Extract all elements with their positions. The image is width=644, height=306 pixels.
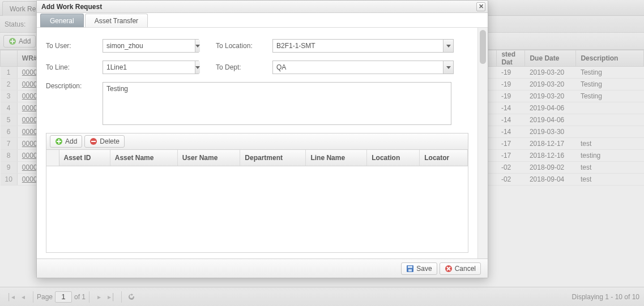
to-location-label: To Location:	[216, 42, 272, 50]
plus-icon	[55, 137, 63, 145]
save-icon	[406, 265, 414, 273]
to-line-input[interactable]	[103, 61, 195, 74]
to-user-label: To User:	[46, 42, 103, 50]
tab-general[interactable]: General	[40, 14, 84, 27]
asset-grid: Asset ID Asset Name User Name Department…	[46, 150, 468, 253]
col-location[interactable]: Location	[367, 150, 420, 166]
asset-add-label: Add	[65, 137, 77, 145]
asset-toolbar: Add Delete	[46, 133, 468, 150]
chevron-down-icon	[195, 45, 200, 48]
col-asset-id[interactable]: Asset ID	[59, 150, 110, 166]
minus-icon	[89, 137, 97, 145]
asset-delete-button[interactable]: Delete	[84, 135, 125, 148]
to-dept-field[interactable]	[272, 61, 454, 74]
col-line-name[interactable]: Line Name	[306, 150, 367, 166]
to-dept-trigger[interactable]	[443, 61, 453, 74]
scrollbar-thumb[interactable]	[480, 30, 486, 64]
col-user-name[interactable]: User Name	[177, 150, 240, 166]
svg-rect-5	[57, 141, 61, 142]
chevron-down-icon	[446, 66, 451, 69]
chevron-down-icon	[195, 66, 200, 69]
modal-close-button[interactable]: ✕	[476, 2, 485, 11]
to-user-field[interactable]	[103, 39, 199, 53]
to-location-field[interactable]	[272, 39, 454, 53]
modal-title: Add Work Request	[41, 3, 102, 11]
col-locator[interactable]: Locator	[420, 150, 468, 166]
description-textarea[interactable]	[103, 82, 451, 125]
close-icon: ✕	[479, 3, 484, 10]
tab-asset-transfer[interactable]: Asset Transfer	[85, 14, 148, 27]
cancel-label: Cancel	[455, 265, 476, 273]
add-work-request-dialog: Add Work Request ✕ General Asset Transfe…	[36, 0, 488, 278]
to-location-input[interactable]	[273, 40, 443, 52]
asset-delete-label: Delete	[100, 137, 120, 145]
to-dept-input[interactable]	[273, 61, 443, 74]
svg-rect-10	[408, 269, 412, 271]
to-line-label: To Line:	[46, 63, 103, 71]
cancel-icon	[445, 265, 453, 273]
to-line-trigger[interactable]	[195, 61, 200, 74]
to-user-trigger[interactable]	[195, 40, 200, 52]
cancel-button[interactable]: Cancel	[440, 262, 481, 275]
chevron-down-icon	[446, 45, 451, 48]
asset-add-button[interactable]: Add	[50, 135, 82, 148]
description-label: Description:	[46, 82, 103, 125]
to-dept-label: To Dept:	[216, 63, 272, 71]
save-button[interactable]: Save	[401, 262, 437, 275]
to-line-field[interactable]	[103, 61, 199, 74]
col-department[interactable]: Department	[240, 150, 306, 166]
to-location-trigger[interactable]	[443, 40, 453, 52]
svg-rect-9	[408, 266, 412, 268]
svg-rect-7	[91, 141, 96, 142]
modal-scrollbar[interactable]	[477, 28, 488, 258]
col-asset-name[interactable]: Asset Name	[110, 150, 177, 166]
save-label: Save	[416, 265, 432, 273]
to-user-input[interactable]	[103, 40, 195, 52]
